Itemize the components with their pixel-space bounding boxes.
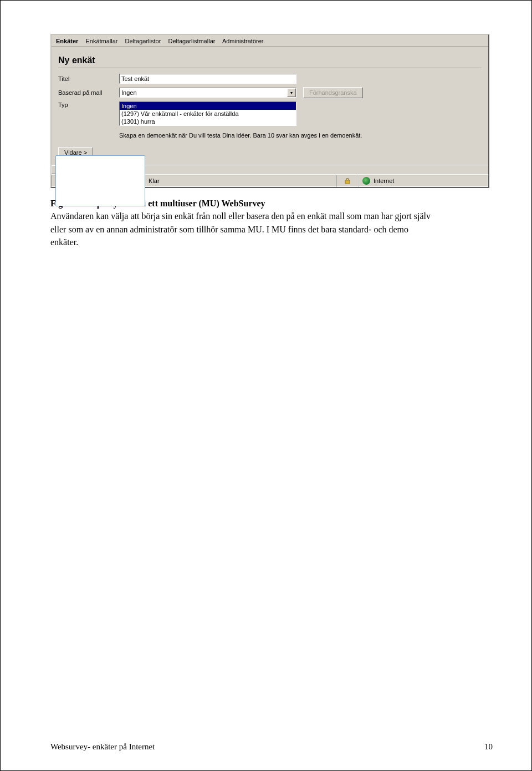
status-right-text: Internet — [374, 177, 394, 184]
app-window: Enkäter Enkätmallar Deltagarlistor Delta… — [50, 34, 489, 188]
lock-icon — [344, 177, 351, 184]
menu-item-enkatmallar[interactable]: Enkätmallar — [85, 38, 117, 44]
figure-caption-body: Användaren kan välja att börja sin enkät… — [50, 211, 431, 246]
typ-listbox[interactable]: Ingen (1297) Vår enkätmall - enkäter för… — [119, 102, 296, 126]
baserad-select[interactable]: Ingen ▾ — [119, 88, 296, 98]
svg-rect-0 — [345, 180, 350, 184]
menu-item-administratorer[interactable]: Administratörer — [222, 38, 264, 44]
label-typ: Typ — [58, 102, 119, 108]
main-menu-bar: Enkäter Enkätmallar Deltagarlistor Delta… — [52, 35, 488, 47]
baserad-selected-value: Ingen — [121, 89, 137, 96]
form-panel: Ny enkät Titel Baserad på mall Ingen ▾ F… — [58, 50, 482, 165]
globe-icon — [362, 177, 370, 185]
chevron-down-icon[interactable]: ▾ — [287, 88, 296, 97]
page-footer: Websurvey- enkäter på Internet 10 — [50, 742, 493, 752]
help-text: Skapa en demoenkät när Du vill testa Din… — [119, 129, 385, 139]
status-left-text: Klar — [149, 177, 160, 184]
status-left: Klar — [52, 175, 336, 187]
footer-page-number: 10 — [484, 742, 493, 752]
typ-option-1[interactable]: (1297) Vår enkätmall - enkäter för anstä… — [120, 110, 296, 118]
status-lock-cell — [336, 175, 359, 187]
status-right: Internet — [359, 175, 488, 187]
panel-title: Ny enkät — [58, 50, 482, 68]
status-bar: Klar Internet — [52, 174, 488, 187]
label-baserad: Baserad på mall — [58, 89, 119, 96]
menu-item-enkater[interactable]: Enkäter — [56, 38, 78, 44]
preview-button: Förhandsgranska — [303, 87, 363, 98]
titel-input[interactable] — [119, 74, 296, 84]
typ-option-0[interactable]: Ingen — [120, 102, 296, 110]
footer-left: Websurvey- enkäter på Internet — [50, 742, 155, 752]
page-icon — [55, 155, 145, 206]
label-titel: Titel — [58, 75, 119, 82]
menu-item-deltagarlistmallar[interactable]: Deltagarlistmallar — [168, 38, 215, 44]
menu-item-deltagarlistor[interactable]: Deltagarlistor — [125, 38, 161, 44]
typ-option-2[interactable]: (1301) hurra — [120, 118, 296, 125]
